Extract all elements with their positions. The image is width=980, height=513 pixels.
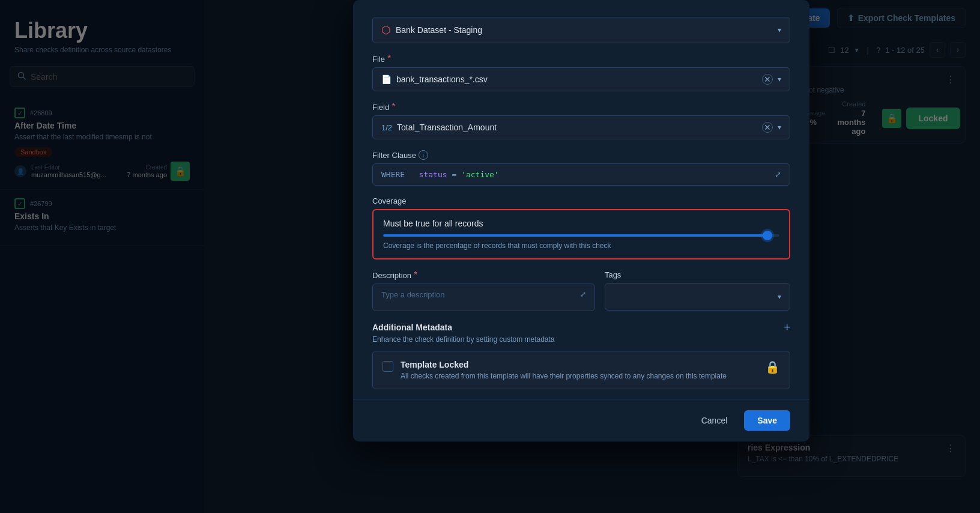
- modal-dialog: ⬡ Bank Dataset - Staging ▾ File * 📄 bank…: [353, 0, 809, 442]
- clear-field-button[interactable]: ✕: [762, 122, 773, 133]
- coverage-section-label: Coverage: [372, 196, 790, 205]
- add-metadata-button[interactable]: +: [784, 322, 790, 333]
- tags-label: Tags: [605, 270, 621, 279]
- chevron-down-icon: ▾: [778, 123, 781, 132]
- dataset-value: Bank Dataset - Staging: [396, 25, 482, 35]
- field-select[interactable]: 1/2 Total_Transaction_Amount ✕ ▾: [372, 115, 790, 139]
- file-value: bank_transactions_*.csv: [396, 74, 488, 84]
- template-locked-content: Template Locked All checks created from …: [401, 360, 758, 380]
- description-col: Description * Type a description ⤢: [372, 270, 595, 311]
- required-indicator: *: [392, 102, 395, 112]
- file-field-group: File * 📄 bank_transactions_*.csv ✕ ▾: [372, 54, 790, 91]
- description-box[interactable]: Type a description ⤢: [372, 284, 595, 311]
- filter-val: 'active': [461, 170, 499, 179]
- coverage-slider-container: [383, 234, 779, 237]
- required-indicator: *: [414, 270, 417, 280]
- dataset-field-group: ⬡ Bank Dataset - Staging ▾: [372, 17, 790, 43]
- field-type-icon: 1/2: [381, 123, 392, 132]
- modal-footer: Cancel Save: [353, 399, 809, 442]
- description-placeholder: Type a description: [381, 290, 445, 299]
- expand-icon[interactable]: ⤢: [775, 170, 781, 179]
- template-locked-icon: 🔒: [765, 360, 780, 374]
- coverage-text: Must be true for all records: [383, 219, 779, 228]
- chevron-down-icon: ▾: [778, 293, 781, 301]
- slider-thumb: [763, 231, 772, 240]
- template-locked-title: Template Locked: [401, 360, 758, 369]
- description-label: Description: [372, 271, 411, 280]
- chevron-down-icon: ▾: [778, 75, 781, 83]
- required-indicator: *: [387, 54, 391, 64]
- tags-box[interactable]: ▾: [605, 283, 790, 311]
- clear-file-button[interactable]: ✕: [762, 74, 773, 85]
- filter-where: WHERE: [381, 170, 405, 179]
- slider-fill: [383, 234, 767, 237]
- filter-eq: =: [452, 170, 461, 179]
- field-field-group: Field * 1/2 Total_Transaction_Amount ✕ ▾: [372, 102, 790, 139]
- filter-clause-field-group: Filter Clause i WHERE status = 'active' …: [372, 150, 790, 186]
- additional-metadata-section: Additional Metadata + Enhance the check …: [372, 322, 790, 389]
- dataset-select[interactable]: ⬡ Bank Dataset - Staging ▾: [372, 17, 790, 43]
- tags-col: Tags ▾: [605, 270, 790, 311]
- info-icon[interactable]: i: [419, 150, 428, 160]
- field-label: Field: [372, 103, 389, 112]
- slider-track: [383, 234, 779, 237]
- template-locked-box: Template Locked All checks created from …: [372, 351, 790, 389]
- additional-meta-desc: Enhance the check definition by setting …: [372, 335, 790, 344]
- additional-meta-title: Additional Metadata: [372, 323, 452, 332]
- expand-desc-icon[interactable]: ⤢: [580, 290, 586, 299]
- filter-clause-label: Filter Clause: [372, 151, 416, 160]
- file-label: File: [372, 55, 385, 64]
- filter-key: status: [410, 170, 447, 179]
- filter-clause-text: WHERE status = 'active': [381, 170, 499, 179]
- dataset-icon: ⬡: [381, 23, 391, 37]
- file-select[interactable]: 📄 bank_transactions_*.csv ✕ ▾: [372, 67, 790, 91]
- coverage-section: Must be true for all records Coverage is…: [372, 209, 790, 260]
- template-locked-desc: All checks created from this template wi…: [401, 372, 758, 380]
- chevron-down-icon: ▾: [778, 26, 781, 34]
- description-tags-row: Description * Type a description ⤢ Tags …: [372, 270, 790, 311]
- save-button[interactable]: Save: [744, 410, 790, 431]
- file-icon: 📄: [381, 74, 392, 84]
- coverage-hint: Coverage is the percentage of records th…: [383, 241, 779, 250]
- template-locked-checkbox[interactable]: [383, 361, 393, 372]
- field-value: Total_Transaction_Amount: [397, 123, 497, 132]
- filter-clause-box[interactable]: WHERE status = 'active' ⤢: [372, 163, 790, 186]
- cancel-button[interactable]: Cancel: [692, 411, 737, 430]
